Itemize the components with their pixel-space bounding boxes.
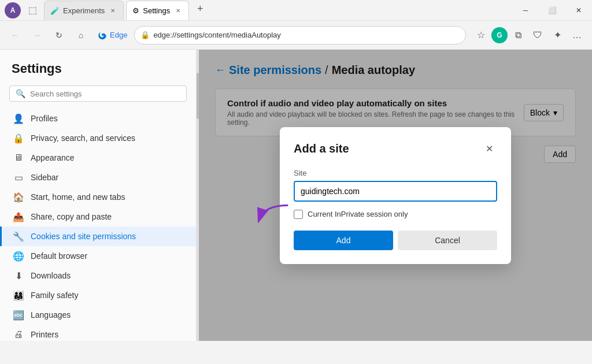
avatar-initial: A [10,6,16,14]
sidebar-item-sidebar-label: Sidebar [31,173,58,182]
modal-header: Add a site ✕ [294,141,497,157]
modal-overlay: Add a site ✕ Site Current InPrivate sess… [199,50,592,341]
modal-site-input[interactable] [294,181,497,202]
privacy-icon: 🔒 [13,133,24,143]
sidebar-item-downloads[interactable]: ⬇ Downloads [0,266,196,285]
url-text: edge://settings/content/mediaAutoplay [153,31,460,39]
sidebar-item-appearance-label: Appearance [31,153,75,162]
search-icon: 🔍 [16,89,25,98]
forward-button[interactable]: → [28,26,46,44]
sidebar-item-share[interactable]: 📤 Share, copy and paste [0,207,196,226]
minimize-button[interactable]: ─ [512,0,539,21]
sidebar-item-privacy[interactable]: 🔒 Privacy, search, and services [0,128,196,148]
browser-icon: 🌐 [13,251,24,261]
collections-button[interactable]: ⧉ [509,26,527,44]
sidebar-item-appearance[interactable]: 🖥 Appearance [0,148,196,168]
tab-settings-label: Settings [143,6,170,15]
sidebar-item-default-browser[interactable]: 🌐 Default browser [0,246,196,266]
tab-experiments-label: Experiments [63,6,105,15]
sidebar-item-profiles-label: Profiles [31,114,58,123]
languages-icon: 🔤 [13,310,24,320]
appearance-icon: 🖥 [13,153,24,163]
purple-arrow-indicator [245,200,297,229]
sidebar-item-start-label: Start, home, and new tabs [31,192,125,202]
window-controls: ─ ⬜ ✕ [512,0,592,21]
modal-close-button[interactable]: ✕ [481,141,497,157]
url-secure-icon: 🔒 [140,31,150,39]
sidebar-toggle-button[interactable]: ⬚ [23,1,42,20]
toolbar-icons: ☆ G ⧉ 🛡 ✦ … [472,26,586,44]
sidebar-item-share-label: Share, copy and paste [31,212,112,221]
browser-essentials-button[interactable]: 🛡 [528,26,547,44]
copilot-button[interactable]: ✦ [548,26,567,44]
more-button[interactable]: … [568,26,586,44]
sidebar-item-downloads-label: Downloads [31,271,71,280]
modal-add-button[interactable]: Add [294,231,393,250]
modal-site-label: Site [294,169,497,177]
tab-experiments-icon: 🧪 [50,6,60,15]
sidebar-item-profiles[interactable]: 👤 Profiles [0,109,196,128]
sidebar: Settings 🔍 👤 Profiles 🔒 Privacy, search,… [0,50,197,341]
modal-inprivate-label: Current InPrivate session only [308,210,408,218]
title-bar: A ⬚ 🧪 Experiments ✕ ⚙ Settings ✕ + ─ ⬜ ✕ [0,0,592,21]
cookies-icon: 🔧 [13,231,24,242]
edge-logo[interactable]: Edge [94,30,131,40]
family-icon: 👨‍👩‍👧 [13,290,24,300]
edge-label: Edge [110,31,127,39]
tab-experiments-close[interactable]: ✕ [108,6,117,15]
sidebar-item-printers-label: Printers [31,330,58,339]
modal-checkbox-row: Current InPrivate session only [294,210,497,219]
printers-icon: 🖨 [13,329,24,340]
tab-settings-close[interactable]: ✕ [173,6,183,15]
sidebar-item-browser-label: Default browser [31,251,87,261]
modal-inprivate-checkbox[interactable] [294,210,303,219]
sidebar-item-family-label: Family safety [31,291,78,300]
new-tab-button[interactable]: + [191,1,209,18]
share-icon: 📤 [13,211,24,222]
sidebar-title: Settings [0,61,196,86]
home-button[interactable]: ⌂ [72,26,90,44]
home-icon: 🏠 [13,192,24,202]
url-bar[interactable]: 🔒 edge://settings/content/mediaAutoplay [134,26,466,44]
edge-icon [97,30,108,40]
back-button[interactable]: ← [6,26,24,44]
sidebar-item-languages[interactable]: 🔤 Languages [0,305,196,325]
refresh-button[interactable]: ↻ [50,26,68,44]
modal-title: Add a site [294,142,349,155]
content-area: ← Site permissions / Media autoplay Cont… [199,50,592,341]
sidebar-item-cookies-label: Cookies and site permissions [31,232,136,241]
sidebar-item-sidebar[interactable]: ▭ Sidebar [0,168,196,187]
sidebar-item-family[interactable]: 👨‍👩‍👧 Family safety [0,285,196,305]
sidebar-item-languages-label: Languages [31,310,71,320]
modal-cancel-button[interactable]: Cancel [398,231,497,250]
sidebar-item-privacy-label: Privacy, search, and services [31,133,135,143]
profile-button[interactable]: G [491,27,508,43]
profile-avatar[interactable]: A [5,2,21,18]
sidebar-item-start-home[interactable]: 🏠 Start, home, and new tabs [0,187,196,207]
tab-settings[interactable]: ⚙ Settings ✕ [126,1,189,20]
close-button[interactable]: ✕ [565,0,592,21]
maximize-button[interactable]: ⬜ [539,0,565,21]
sidebar-icon: ▭ [13,172,24,183]
tab-experiments[interactable]: 🧪 Experiments ✕ [44,1,124,20]
address-bar: ← → ↻ ⌂ Edge 🔒 edge://settings/content/m… [0,21,592,50]
search-input[interactable] [30,90,180,98]
downloads-icon: ⬇ [13,270,24,281]
profiles-icon: 👤 [13,113,24,124]
tab-settings-icon: ⚙ [132,6,139,15]
sidebar-item-cookies[interactable]: 🔧 Cookies and site permissions [0,226,196,246]
sidebar-item-printers[interactable]: 🖨 Printers [0,325,196,341]
modal-buttons: Add Cancel [294,231,497,250]
favorites-button[interactable]: ☆ [472,26,490,44]
main-layout: Settings 🔍 👤 Profiles 🔒 Privacy, search,… [0,50,592,341]
search-box[interactable]: 🔍 [9,86,187,102]
modal-dialog: Add a site ✕ Site Current InPrivate sess… [280,127,511,264]
